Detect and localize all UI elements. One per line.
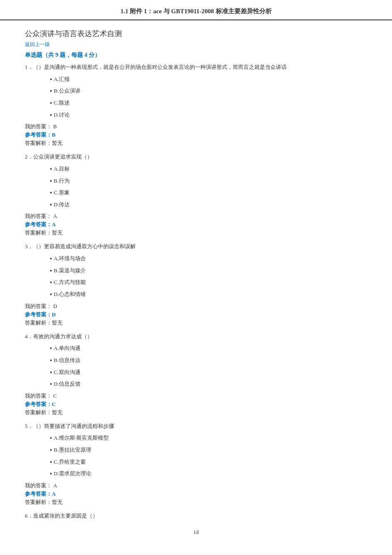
list-item: D.传达 [50, 200, 367, 210]
page-title: 公众演讲与语言表达艺术自测 [25, 29, 367, 39]
my-answer-4: 我的答案： C [25, 392, 367, 400]
list-item: C.双向沟通 [50, 367, 367, 378]
answer-analysis-1: 答案解析：暂无 [25, 139, 367, 147]
question-2: 2．公众演讲更追求实现（） A.目标 B.行为 C.形象 D.传达 我的答案： … [25, 153, 367, 237]
question-1: 1．（）是沟通的一种表现形式，就是在公开的场合面对公众发表言论的一种演讲形式，简… [25, 63, 367, 147]
answer-analysis-5: 答案解析：暂无 [25, 499, 367, 506]
my-answer-3: 我的答案： D [25, 303, 367, 310]
back-link[interactable]: 返回上一级 [25, 41, 367, 48]
list-item: C.方式与技能 [50, 277, 367, 288]
list-item: A.维尔斯·斯宾克斯模型 [50, 433, 367, 444]
question-2-text: 2．公众演讲更追求实现（） [25, 153, 367, 161]
ref-answer-1: 参考答案：B [25, 131, 367, 139]
question-4-options: A.单向沟通 B.信息传达 C.双向沟通 D.信息反馈 [25, 343, 367, 389]
answer-analysis-4: 答案解析：暂无 [25, 409, 367, 416]
list-item: D.需求层次理论 [50, 469, 367, 479]
list-item: A.单向沟通 [50, 343, 367, 354]
list-item: C.陈述 [50, 98, 367, 109]
question-4: 4．有效的沟通力求达成（） A.单向沟通 B.信息传达 C.双向沟通 D.信息反… [25, 333, 367, 416]
list-item: B.公众演讲 [50, 86, 367, 97]
list-item: B.墨拉比安原理 [50, 445, 367, 456]
list-item: D.信息反馈 [50, 379, 367, 390]
question-5-options: A.维尔斯·斯宾克斯模型 B.墨拉比安原理 C.乔哈里之窗 D.需求层次理论 [25, 433, 367, 479]
section-title: 单选题（共 9 题，每题 4 分） [25, 51, 367, 59]
list-item: B.信息传达 [50, 355, 367, 366]
page-header: 1.1 附件 1：ace 与 GBT19011-2008 标准主要差异性分析 [0, 0, 392, 20]
question-5: 5．（）简要描述了沟通的流程和步骤 A.维尔斯·斯宾克斯模型 B.墨拉比安原理 … [25, 422, 367, 506]
list-item: B.行为 [50, 176, 367, 187]
ref-answer-3: 参考答案：D [25, 311, 367, 318]
question-1-text: 1．（）是沟通的一种表现形式，就是在公开的场合面对公众发表言论的一种演讲形式，简… [25, 63, 367, 72]
question-5-text: 5．（）简要描述了沟通的流程和步骤 [25, 422, 367, 431]
answer-analysis-3: 答案解析：暂无 [25, 319, 367, 327]
list-item: C.乔哈里之窗 [50, 457, 367, 468]
question-4-text: 4．有效的沟通力求达成（） [25, 333, 367, 341]
ref-answer-4: 参考答案：C [25, 401, 367, 408]
list-item: D.心态和情绪 [50, 289, 367, 300]
question-6-text: 6．造成紧张的主要原因是（） [25, 512, 367, 521]
ref-answer-5: 参考答案：A [25, 490, 367, 498]
list-item: A.目标 [50, 164, 367, 175]
my-answer-5: 我的答案： A [25, 482, 367, 489]
question-3-options: A.环境与场合 B.渠道与媒介 C.方式与技能 D.心态和情绪 [25, 254, 367, 300]
question-3-text: 3．（）更容易造成沟通双方心中的误念和误解 [25, 242, 367, 251]
list-item: A.环境与场合 [50, 254, 367, 264]
question-2-options: A.目标 B.行为 C.形象 D.传达 [25, 164, 367, 210]
answer-analysis-2: 答案解析：暂无 [25, 229, 367, 237]
question-6: 6．造成紧张的主要原因是（） [25, 512, 367, 521]
list-item: B.渠道与媒介 [50, 266, 367, 276]
list-item: C.形象 [50, 188, 367, 198]
list-item: D.讨论 [50, 110, 367, 121]
ref-answer-2: 参考答案：A [25, 221, 367, 228]
my-answer-2: 我的答案： A [25, 213, 367, 220]
my-answer-1: 我的答案： B [25, 123, 367, 130]
list-item: A.汇报 [50, 74, 367, 85]
page-number: 1d [25, 529, 367, 535]
question-3: 3．（）更容易造成沟通双方心中的误念和误解 A.环境与场合 B.渠道与媒介 C.… [25, 242, 367, 326]
question-1-options: A.汇报 B.公众演讲 C.陈述 D.讨论 [25, 74, 367, 120]
